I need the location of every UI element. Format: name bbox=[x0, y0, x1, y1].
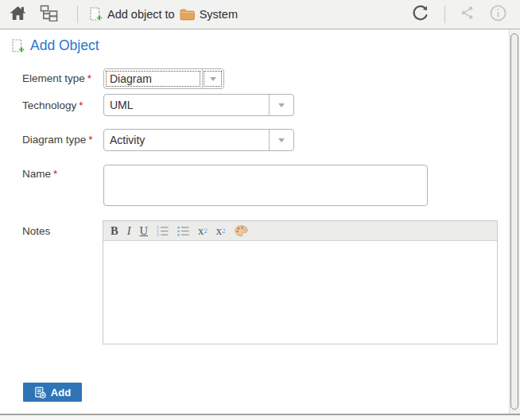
notes-input[interactable] bbox=[103, 241, 497, 343]
element-type-dropdown[interactable]: Diagram bbox=[103, 68, 224, 89]
folder-icon bbox=[180, 9, 195, 21]
unordered-list-button[interactable] bbox=[177, 225, 189, 237]
required-marker: * bbox=[88, 134, 92, 146]
add-object-icon bbox=[12, 39, 25, 53]
name-label: Name* bbox=[22, 168, 57, 180]
page-heading: Add Object bbox=[12, 37, 99, 54]
info-icon bbox=[489, 4, 507, 25]
top-toolbar: Add object to System bbox=[0, 0, 520, 29]
breadcrumb-action-text: Add object to bbox=[107, 8, 175, 21]
breadcrumb-target-text: System bbox=[200, 8, 238, 21]
page-title: Add Object bbox=[30, 37, 99, 54]
breadcrumb: Add object to System bbox=[90, 0, 243, 29]
technology-dropdown-arrow[interactable] bbox=[269, 95, 293, 115]
required-marker: * bbox=[87, 72, 91, 84]
share-button[interactable] bbox=[460, 0, 475, 29]
italic-button[interactable]: I bbox=[127, 225, 131, 237]
bold-button[interactable]: B bbox=[111, 225, 118, 237]
chevron-down-icon bbox=[210, 77, 216, 81]
unordered-list-icon bbox=[177, 225, 189, 237]
notes-editor: B I U 123 bbox=[103, 220, 498, 344]
diagram-type-dropdown[interactable]: Activity bbox=[103, 129, 294, 151]
color-palette-icon bbox=[235, 225, 248, 237]
vertical-scrollbar-track[interactable] bbox=[509, 29, 520, 414]
chevron-down-icon bbox=[278, 138, 285, 142]
add-button[interactable]: Add bbox=[23, 383, 82, 402]
chevron-down-icon bbox=[278, 103, 285, 107]
diagram-type-value: Activity bbox=[104, 130, 269, 150]
add-button-label: Add bbox=[51, 387, 71, 399]
ordered-list-icon: 123 bbox=[157, 225, 169, 237]
subscript-button[interactable]: x2 bbox=[216, 225, 226, 237]
required-marker: * bbox=[53, 168, 57, 180]
technology-label: Technology* bbox=[22, 99, 83, 111]
color-palette-button[interactable] bbox=[235, 225, 248, 237]
model-tree-button[interactable] bbox=[40, 0, 58, 29]
info-button[interactable] bbox=[489, 0, 507, 29]
home-button[interactable] bbox=[9, 0, 27, 29]
model-tree-icon bbox=[40, 5, 58, 25]
element-type-dropdown-arrow[interactable] bbox=[202, 69, 223, 88]
element-type-value: Diagram bbox=[104, 69, 202, 88]
share-icon bbox=[460, 5, 475, 24]
toolbar-separator bbox=[77, 6, 78, 23]
ordered-list-button[interactable]: 123 bbox=[157, 225, 169, 237]
notes-toolbar: B I U 123 bbox=[103, 221, 497, 241]
notes-label: Notes bbox=[22, 225, 50, 237]
diagram-type-label: Diagram type* bbox=[22, 134, 93, 146]
refresh-button[interactable] bbox=[411, 0, 429, 29]
add-object-icon bbox=[90, 7, 103, 21]
superscript-button[interactable]: x2 bbox=[198, 225, 208, 237]
toolbar-separator bbox=[444, 6, 445, 23]
name-input[interactable] bbox=[103, 165, 428, 206]
technology-dropdown[interactable]: UML bbox=[103, 94, 294, 116]
vertical-scrollbar-thumb[interactable] bbox=[510, 33, 518, 410]
underline-button[interactable]: U bbox=[140, 225, 148, 237]
diagram-type-dropdown-arrow[interactable] bbox=[269, 130, 293, 150]
refresh-icon bbox=[411, 4, 429, 25]
svg-text:3: 3 bbox=[157, 233, 159, 237]
element-type-label: Element type* bbox=[22, 72, 91, 84]
add-document-icon bbox=[34, 387, 46, 399]
home-icon bbox=[9, 5, 27, 25]
required-marker: * bbox=[79, 99, 83, 111]
technology-value: UML bbox=[104, 95, 269, 115]
bottom-strip bbox=[0, 415, 520, 420]
